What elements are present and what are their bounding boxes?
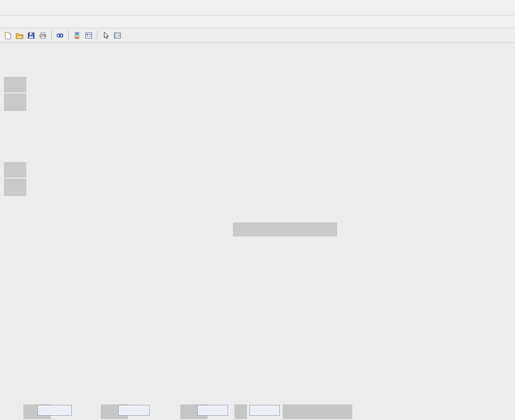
equals-label-box xyxy=(234,404,247,419)
fn-value-field[interactable] xyxy=(118,405,150,416)
open-folder-icon[interactable] xyxy=(14,30,25,41)
label-ekg xyxy=(4,179,26,196)
toolbar-separator xyxy=(97,31,97,40)
label-vorv xyxy=(4,162,26,178)
insert-legend-icon[interactable] xyxy=(83,30,95,41)
menubar xyxy=(0,16,515,28)
percent-label-box xyxy=(283,404,352,419)
f-value-field[interactable] xyxy=(197,405,228,416)
insert-colorbar-icon[interactable] xyxy=(71,30,83,41)
toolbar-separator xyxy=(68,31,69,40)
fp-value-field[interactable] xyxy=(38,405,72,416)
edit-plot-arrow-icon[interactable] xyxy=(100,30,112,41)
link-plot-icon[interactable] xyxy=(54,30,66,41)
ratio-value-field[interactable] xyxy=(249,405,280,416)
toolbar-separator xyxy=(51,31,52,40)
window-controls xyxy=(471,0,510,15)
label-sig xyxy=(4,93,26,111)
property-editor-icon[interactable] xyxy=(112,30,123,41)
save-icon[interactable] xyxy=(25,30,37,41)
label-roh xyxy=(4,77,26,92)
qrs-detektion-plot-title xyxy=(233,222,337,237)
new-file-icon[interactable] xyxy=(2,30,14,41)
toolbar xyxy=(0,28,515,43)
titlebar xyxy=(0,0,515,16)
print-icon[interactable] xyxy=(37,30,49,41)
